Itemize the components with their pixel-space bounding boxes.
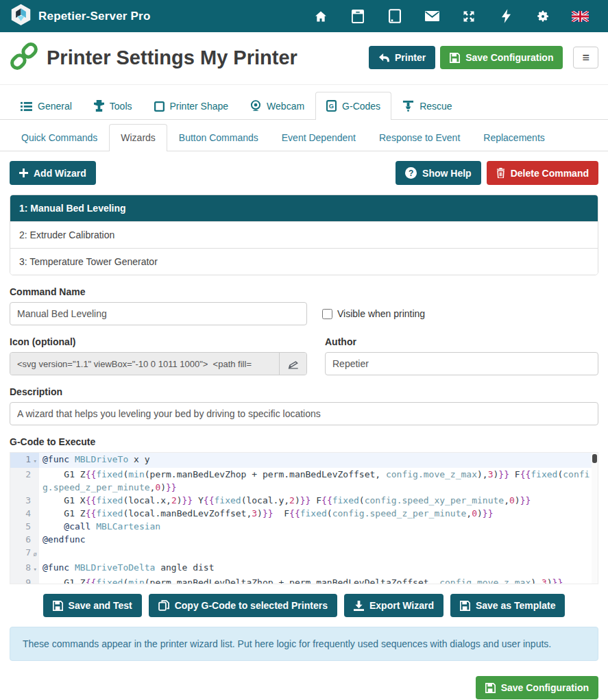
code-line[interactable]: 3 G1 X{{fixed(local.x,2)}} Y{{fixed(loca… (10, 494, 598, 507)
tab-rescue[interactable]: Rescue (391, 92, 463, 119)
wizard-item-manual-bed-leveling[interactable]: 1: Manual Bed Leveling (10, 195, 598, 221)
trash-icon (496, 168, 505, 178)
wizard-actions-row: Add Wizard ? Show Help Delete Command (10, 161, 598, 185)
save-icon (53, 601, 63, 611)
subtab-quick-commands[interactable]: Quick Commands (10, 124, 109, 151)
author-input[interactable] (325, 352, 598, 375)
icon-label: Icon (optional) (10, 336, 307, 347)
code-text: @func MBLDriveTo x y (39, 453, 598, 468)
download-icon (354, 601, 364, 611)
editor-scrollbar-thumb[interactable] (592, 454, 597, 463)
home-icon[interactable] (302, 10, 339, 23)
save-configuration-button-bottom[interactable]: Save Configuration (476, 676, 598, 699)
save-icon (450, 53, 460, 63)
save-configuration-button-top[interactable]: Save Configuration (440, 46, 563, 69)
page-title: Printer Settings My Printer (47, 47, 297, 69)
line-number: 4 (10, 507, 39, 520)
question-icon: ? (405, 167, 417, 179)
save-and-test-button[interactable]: Save and Test (43, 594, 142, 617)
line-number: 5 (10, 520, 39, 533)
menu-toggle-button[interactable]: ≡ (573, 47, 598, 68)
show-help-button[interactable]: ? Show Help (396, 161, 481, 185)
wizard-item-extruder-calibration[interactable]: 2: Extruder Calibration (10, 221, 598, 248)
code-text: @func MBLDriveToDelta angle dist (39, 561, 598, 576)
gcode-subtabs: Quick Commands Wizards Button Commands E… (0, 124, 608, 151)
shape-icon (154, 101, 165, 112)
command-name-label: Command Name (10, 286, 598, 297)
visible-when-printing-option[interactable]: Visible when printing (322, 308, 425, 319)
code-text: G1 Z{{fixed(local.manBedLevZoffset,3)}} … (39, 507, 598, 520)
code-text: G1 Z{{fixed(min(perm.manBedLevZhop + per… (39, 468, 598, 494)
gcode-lines: 1▾@func MBLDriveTo x y2 G1 Z{{fixed(min(… (10, 453, 598, 584)
edit-icon-button[interactable] (279, 353, 306, 375)
webcam-icon (250, 100, 261, 112)
subtab-wizards[interactable]: Wizards (109, 124, 167, 151)
line-number: 7ø (10, 546, 39, 561)
page-header: Printer Settings My Printer Printer Save… (0, 32, 608, 85)
code-text: G1 X{{fixed(local.x,2)}} Y{{fixed(local.… (39, 494, 598, 507)
subtab-button-commands[interactable]: Button Commands (167, 124, 270, 151)
code-text (39, 546, 598, 561)
save-icon (485, 683, 496, 693)
tab-tools[interactable]: Tools (83, 92, 143, 119)
printer-back-button[interactable]: Printer (369, 46, 435, 69)
code-line[interactable]: 6@endfunc (10, 533, 598, 546)
save-icon (460, 601, 470, 611)
svg-text:G: G (329, 103, 334, 110)
printer-icon[interactable] (339, 10, 376, 23)
gear-icon[interactable] (524, 10, 561, 23)
editor-scrollbar-track (592, 453, 598, 584)
code-line[interactable]: 2 G1 Z{{fixed(min(perm.manBedLevZhop + p… (10, 468, 598, 494)
brand[interactable]: Repetier-Server Pro (10, 3, 150, 29)
tool-icon (94, 100, 104, 112)
code-text: G1 Z{{fixed(min(perm.manBedLevDeltaZhop … (39, 576, 598, 584)
save-as-template-button[interactable]: Save as Template (450, 594, 565, 617)
tab-general[interactable]: General (10, 92, 83, 119)
icon-input-group (10, 352, 307, 375)
tab-g-codes[interactable]: G G-Codes (315, 92, 391, 120)
expand-arrows-icon[interactable] (450, 10, 487, 23)
line-number: 3 (10, 494, 39, 507)
line-number: 8▾ (10, 561, 39, 576)
gcode-editor[interactable]: 1▾@func MBLDriveTo x y2 G1 Z{{fixed(min(… (10, 452, 598, 584)
code-text: @endfunc (39, 533, 598, 546)
tab-printer-shape[interactable]: Printer Shape (143, 92, 240, 119)
line-number: 6 (10, 533, 39, 546)
main-tabs: General Tools Printer Shape Webcam G G-C… (0, 92, 608, 120)
export-wizard-button[interactable]: Export Wizard (344, 594, 443, 617)
code-line[interactable]: 5 @call MBLCartesian (10, 520, 598, 533)
code-text: @call MBLCartesian (39, 520, 598, 533)
tablet-icon[interactable] (376, 9, 413, 23)
delete-command-button[interactable]: Delete Command (487, 161, 598, 185)
subtab-event-dependent[interactable]: Event Dependent (270, 124, 367, 151)
mail-icon[interactable] (413, 11, 450, 21)
chain-link-icon (10, 40, 38, 75)
command-name-input[interactable] (10, 302, 307, 325)
code-line[interactable]: 9 G1 Z{{fixed(min(perm.manBedLevDeltaZho… (10, 576, 598, 584)
description-label: Description (10, 386, 598, 397)
copy-icon (158, 600, 169, 611)
editor-footer-buttons: Save and Test Copy G-Code to selected Pr… (10, 594, 598, 617)
add-wizard-button[interactable]: Add Wizard (10, 161, 96, 185)
list-icon (21, 101, 32, 112)
bolt-icon[interactable] (487, 9, 524, 23)
language-flag-uk-icon[interactable] (561, 11, 598, 22)
description-input[interactable] (10, 402, 598, 425)
line-number: 1▾ (10, 453, 39, 468)
copy-gcode-button[interactable]: Copy G-Code to selected Printers (149, 594, 337, 617)
back-arrow-icon (378, 53, 389, 62)
rescue-icon (402, 100, 414, 112)
subtab-response-to-event[interactable]: Response to Event (367, 124, 472, 151)
brand-title: Repetier-Server Pro (38, 10, 150, 23)
subtab-replacements[interactable]: Replacements (472, 124, 557, 151)
code-line[interactable]: 1▾@func MBLDriveTo x y (10, 453, 598, 468)
code-line[interactable]: 7ø (10, 546, 598, 561)
code-line[interactable]: 4 G1 Z{{fixed(local.manBedLevZoffset,3)}… (10, 507, 598, 520)
visible-when-printing-checkbox[interactable] (322, 309, 332, 319)
wizard-item-temperature-tower[interactable]: 3: Temperature Tower Generator (10, 248, 598, 275)
code-line[interactable]: 8▾@func MBLDriveToDelta angle dist (10, 561, 598, 576)
icon-svg-input[interactable] (10, 353, 279, 375)
pencil-icon (288, 358, 299, 369)
gcode-file-icon: G (326, 100, 337, 112)
tab-webcam[interactable]: Webcam (239, 92, 315, 119)
